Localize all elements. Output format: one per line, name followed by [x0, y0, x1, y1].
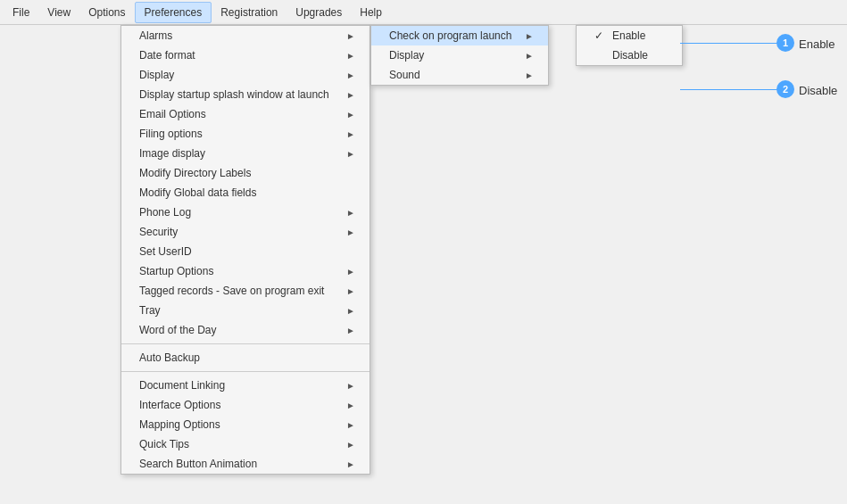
menu-alarms[interactable]: Alarms ► [121, 26, 370, 45]
menu-word-of-day[interactable]: Word of the Day ► [121, 320, 370, 340]
arrow-icon: ► [346, 129, 355, 139]
menu-quick-tips[interactable]: Quick Tips ► [121, 434, 370, 454]
arrow-icon: ► [346, 31, 355, 41]
menu-image-display[interactable]: Image display ► [121, 144, 370, 163]
menu-mapping-options[interactable]: Mapping Options ► [121, 415, 370, 434]
menubar-view[interactable]: View [38, 3, 79, 22]
menu-date-format[interactable]: Date format ► [121, 45, 370, 65]
arrow-icon: ► [346, 440, 355, 450]
arrow-icon: ► [346, 227, 355, 237]
menubar-preferences[interactable]: Preferences [135, 2, 212, 23]
checkmark-empty [594, 49, 607, 62]
alarms-submenu: Check on program launch ► Display ► Soun… [370, 25, 549, 86]
menu-tagged-records[interactable]: Tagged records - Save on program exit ► [121, 281, 370, 301]
menu-security[interactable]: Security ► [121, 222, 370, 242]
arrow-icon: ► [346, 401, 355, 410]
preferences-menu: Alarms ► Date format ► Display ► Display… [120, 25, 370, 475]
arrow-icon: ► [346, 267, 355, 277]
dropdown-container: Alarms ► Date format ► Display ► Display… [0, 25, 847, 504]
menu-enable[interactable]: ✓ Enable [577, 26, 682, 45]
menu-auto-backup[interactable]: Auto Backup [121, 348, 370, 368]
menu-phone-log[interactable]: Phone Log ► [121, 202, 370, 222]
arrow-icon: ► [346, 326, 355, 335]
menu-filing-options[interactable]: Filing options ► [121, 124, 370, 144]
menubar-upgrades[interactable]: Upgrades [286, 3, 351, 22]
arrow-icon: ► [346, 90, 355, 100]
menubar: File View Options Preferences Registrati… [0, 0, 847, 25]
arrow-icon: ► [346, 286, 355, 296]
menu-disable[interactable]: Disable [577, 45, 682, 65]
menu-tray[interactable]: Tray ► [121, 301, 370, 320]
arrow-icon: ► [346, 110, 355, 120]
menubar-registration[interactable]: Registration [212, 3, 286, 22]
tooltip-label-enable: Enable [799, 37, 835, 51]
menu-modify-directory[interactable]: Modify Directory Labels [121, 163, 370, 183]
menu-modify-global[interactable]: Modify Global data fields [121, 183, 370, 202]
separator-1 [121, 343, 370, 344]
menubar-help[interactable]: Help [351, 3, 391, 22]
menu-startup-options[interactable]: Startup Options ► [121, 261, 370, 281]
checkmark-icon: ✓ [594, 29, 607, 42]
arrow-icon: ► [346, 208, 355, 218]
menubar-options[interactable]: Options [79, 3, 134, 22]
arrow-icon: ► [346, 149, 355, 159]
arrow-icon: ► [346, 381, 355, 391]
arrow-icon: ► [346, 459, 355, 469]
arrow-icon: ► [525, 70, 534, 80]
tooltip-bubble-1: 1 [776, 34, 794, 52]
menubar-file[interactable]: File [4, 3, 38, 22]
menu-set-userid[interactable]: Set UserID [121, 242, 370, 261]
check-submenu: ✓ Enable Disable [576, 25, 683, 66]
menu-check-on-program-launch[interactable]: Check on program launch ► [371, 26, 548, 45]
menu-email-options[interactable]: Email Options ► [121, 104, 370, 124]
arrow-icon: ► [525, 31, 534, 41]
menu-document-linking[interactable]: Document Linking ► [121, 376, 370, 395]
menu-interface-options[interactable]: Interface Options ► [121, 395, 370, 415]
arrow-icon: ► [525, 51, 534, 61]
tooltip-line-1 [680, 43, 778, 44]
arrow-icon: ► [346, 306, 355, 316]
tooltip-label-disable: Disable [799, 84, 837, 97]
menu-display-startup[interactable]: Display startup splash window at launch … [121, 85, 370, 104]
menu-search-button[interactable]: Search Button Animation ► [121, 454, 370, 474]
menu-alarms-sound[interactable]: Sound ► [371, 65, 548, 85]
arrow-icon: ► [346, 51, 355, 61]
separator-2 [121, 371, 370, 372]
tooltip-line-2 [680, 89, 778, 90]
tooltip-bubble-2: 2 [776, 80, 794, 98]
menu-display[interactable]: Display ► [121, 65, 370, 85]
arrow-icon: ► [346, 420, 355, 430]
menu-alarms-display[interactable]: Display ► [371, 45, 548, 65]
arrow-icon: ► [346, 70, 355, 80]
